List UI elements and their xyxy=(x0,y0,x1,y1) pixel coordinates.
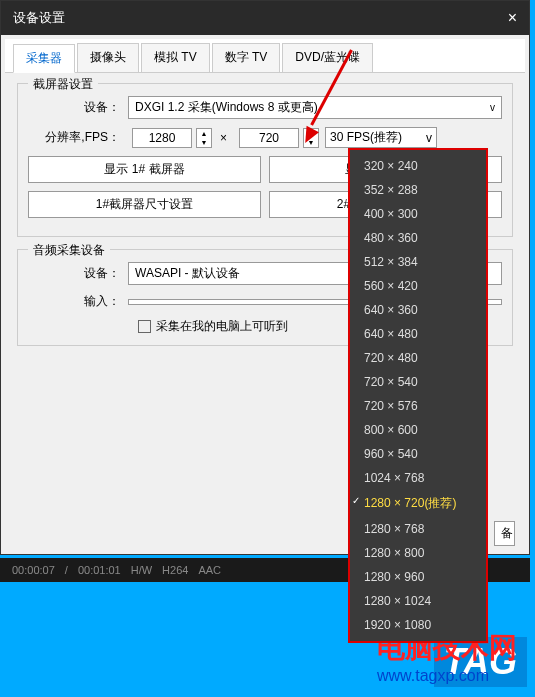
audio-device-value: WASAPI - 默认设备 xyxy=(135,265,240,282)
multiply-icon: × xyxy=(220,131,227,145)
status-time1: 00:00:07 xyxy=(12,564,55,576)
resolution-option-label: 640 × 480 xyxy=(364,327,418,341)
resolution-option[interactable]: 352 × 288 xyxy=(350,178,486,202)
resolution-option[interactable]: 720 × 540 xyxy=(350,370,486,394)
resolution-option[interactable]: ✓1280 × 720(推荐) xyxy=(350,490,486,517)
capture-legend: 截屏器设置 xyxy=(28,76,98,93)
resolution-option[interactable]: 1920 × 1080 xyxy=(350,613,486,637)
device-label: 设备： xyxy=(28,99,128,116)
resolution-option-label: 352 × 288 xyxy=(364,183,418,197)
resolution-option[interactable]: 560 × 420 xyxy=(350,274,486,298)
resolution-option[interactable]: 400 × 300 xyxy=(350,202,486,226)
resolution-option-label: 1024 × 768 xyxy=(364,471,424,485)
resolution-option-label: 480 × 360 xyxy=(364,231,418,245)
audio-input-label: 输入： xyxy=(28,293,128,310)
resolution-option[interactable]: 1280 × 800 xyxy=(350,541,486,565)
titlebar: 设备设置 × xyxy=(1,1,529,35)
resolution-option[interactable]: 512 × 384 xyxy=(350,250,486,274)
resolution-option-label: 720 × 576 xyxy=(364,399,418,413)
resolution-option[interactable]: 1280 × 1024 xyxy=(350,589,486,613)
resolution-option[interactable]: 480 × 360 xyxy=(350,226,486,250)
tab-camera[interactable]: 摄像头 xyxy=(77,43,139,72)
close-icon[interactable]: × xyxy=(508,9,517,27)
watermark-url: www.tagxp.com xyxy=(377,667,517,685)
width-input[interactable] xyxy=(132,128,192,148)
chevron-down-icon: v xyxy=(426,131,432,145)
resolution-option[interactable]: 1280 × 768 xyxy=(350,517,486,541)
status-codec: H264 xyxy=(162,564,188,576)
status-time2: 00:01:01 xyxy=(78,564,121,576)
resolution-option-label: 1280 × 800 xyxy=(364,546,424,560)
resolution-option[interactable]: 720 × 576 xyxy=(350,394,486,418)
partial-button[interactable]: 备 xyxy=(494,521,515,546)
resolution-option-label: 720 × 540 xyxy=(364,375,418,389)
resolution-option[interactable]: 960 × 540 xyxy=(350,442,486,466)
resolution-label: 分辨率,FPS： xyxy=(28,129,128,146)
check-icon: ✓ xyxy=(352,495,360,506)
show-screen1-button[interactable]: 显示 1# 截屏器 xyxy=(28,156,261,183)
fps-select[interactable]: 30 FPS(推荐) v xyxy=(325,127,437,148)
resolution-option-label: 800 × 600 xyxy=(364,423,418,437)
status-audio: AAC xyxy=(198,564,221,576)
resolution-option-label: 720 × 480 xyxy=(364,351,418,365)
capture-audible-checkbox[interactable] xyxy=(138,320,151,333)
resolution-option-label: 560 × 420 xyxy=(364,279,418,293)
resolution-option-label: 1280 × 960 xyxy=(364,570,424,584)
tab-digital-tv[interactable]: 数字 TV xyxy=(212,43,281,72)
resolution-option-label: 1280 × 1024 xyxy=(364,594,431,608)
resolution-option-label: 512 × 384 xyxy=(364,255,418,269)
status-hw: H/W xyxy=(131,564,152,576)
tab-analog-tv[interactable]: 模拟 TV xyxy=(141,43,210,72)
resolution-option-label: 640 × 360 xyxy=(364,303,418,317)
width-spinner[interactable]: ▲▼ xyxy=(196,128,212,148)
resolution-option-label: 320 × 240 xyxy=(364,159,418,173)
resolution-option-label: 1280 × 720(推荐) xyxy=(364,496,456,510)
tab-dvd[interactable]: DVD/蓝光碟 xyxy=(282,43,373,72)
chevron-down-icon: v xyxy=(490,102,495,113)
window-title: 设备设置 xyxy=(13,9,65,27)
resolution-option[interactable]: 640 × 480 xyxy=(350,322,486,346)
size-screen1-button[interactable]: 1#截屏器尺寸设置 xyxy=(28,191,261,218)
resolution-option-label: 960 × 540 xyxy=(364,447,418,461)
resolution-option[interactable]: 320 × 240 xyxy=(350,154,486,178)
tab-capture[interactable]: 采集器 xyxy=(13,44,75,73)
resolution-option[interactable]: 640 × 360 xyxy=(350,298,486,322)
device-value: DXGI 1.2 采集(Windows 8 或更高) xyxy=(135,99,318,116)
resolution-dropdown[interactable]: 320 × 240352 × 288400 × 300480 × 360512 … xyxy=(348,148,488,643)
fps-value: 30 FPS(推荐) xyxy=(330,129,402,146)
resolution-option-label: 1280 × 768 xyxy=(364,522,424,536)
resolution-option-label: 400 × 300 xyxy=(364,207,418,221)
resolution-option[interactable]: 720 × 480 xyxy=(350,346,486,370)
tab-bar: 采集器 摄像头 模拟 TV 数字 TV DVD/蓝光碟 xyxy=(5,39,525,73)
capture-audible-label: 采集在我的电脑上可听到 xyxy=(156,318,288,335)
resolution-option[interactable]: 800 × 600 xyxy=(350,418,486,442)
resolution-option-label: 1920 × 1080 xyxy=(364,618,431,632)
audio-device-label: 设备： xyxy=(28,265,128,282)
resolution-option[interactable]: 1280 × 960 xyxy=(350,565,486,589)
height-input[interactable] xyxy=(239,128,299,148)
resolution-option[interactable]: 1024 × 768 xyxy=(350,466,486,490)
audio-legend: 音频采集设备 xyxy=(28,242,110,259)
